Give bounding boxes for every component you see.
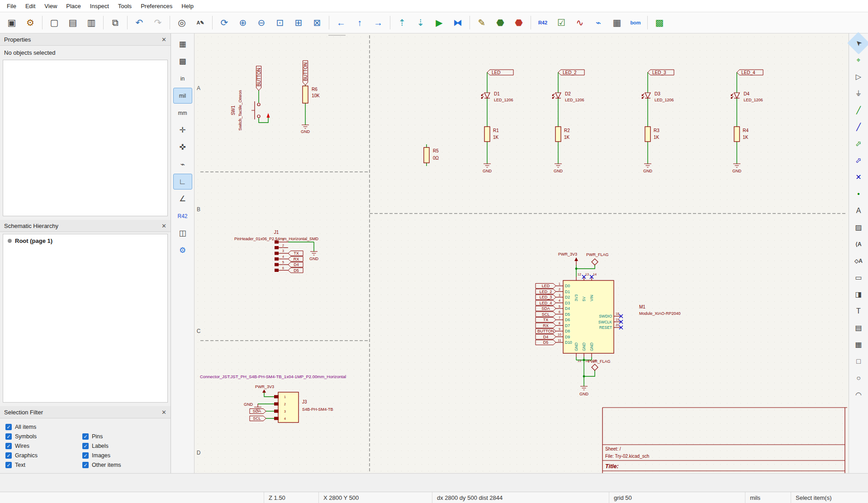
menu-place[interactable]: Place — [62, 1, 85, 11]
units-mils-button[interactable]: mil — [173, 88, 192, 104]
resistor-r5[interactable]: R5 0Ω — [424, 144, 439, 166]
plot-button[interactable]: ▥ — [82, 14, 100, 32]
schematic-canvas[interactable]: A B C D BUTTON SW1 Switch — [194, 33, 849, 473]
refresh-button[interactable]: ⟳ — [215, 14, 233, 32]
menu-tools[interactable]: Tools — [114, 1, 136, 11]
hierarchy-panel-button[interactable]: ◫ — [173, 225, 192, 241]
zoom-in-button[interactable]: ⊕ — [234, 14, 252, 32]
undo-button[interactable]: ↶ — [130, 14, 148, 32]
menu-help[interactable]: Help — [177, 1, 198, 11]
redo-button[interactable]: ↷ — [149, 14, 167, 32]
grid-visibility-button[interactable]: ▦ — [173, 36, 192, 52]
circle-tool[interactable]: ○ — [850, 370, 867, 386]
select-tool[interactable]: ➤ — [847, 32, 868, 54]
close-icon[interactable]: ✕ — [161, 36, 166, 43]
nav-up-button[interactable]: ↑ — [351, 14, 369, 32]
find-replace-button[interactable]: A✎ — [191, 14, 209, 32]
sim-probe-button[interactable]: ⌁ — [589, 14, 607, 32]
hidden-pins-button[interactable]: ⌁ — [173, 157, 192, 172]
enter-sheet-button[interactable]: ⇣ — [412, 14, 430, 32]
hv-lines-button[interactable]: ∟ — [173, 174, 192, 190]
led-circuit-LED_4[interactable]: LED_4D4LED_1206R41KGND — [731, 70, 763, 173]
global-label-tool[interactable]: ⟨A — [850, 236, 867, 252]
menu-edit[interactable]: Edit — [21, 1, 39, 11]
find-button[interactable]: ◎ — [173, 14, 191, 32]
text-tool[interactable]: T — [850, 303, 867, 319]
symbol-checker-button[interactable]: ☑ — [552, 14, 570, 32]
highlight-net-tool[interactable]: ⌖ — [850, 52, 867, 68]
checkbox-checked[interactable]: ✓ — [5, 452, 12, 459]
save-button[interactable]: ▣ — [3, 14, 21, 32]
properties-tools-button[interactable]: ⚙ — [173, 242, 192, 258]
schematic-setup-button[interactable]: ⚙ — [21, 14, 39, 32]
hierarchy-navigator-button[interactable]: ▶ — [430, 14, 448, 32]
menu-file[interactable]: File — [3, 1, 20, 11]
no-connect-tool[interactable]: ✕ — [850, 169, 867, 185]
close-icon[interactable]: ✕ — [161, 409, 166, 416]
net-label-tool[interactable]: A — [850, 203, 867, 218]
nav-back-button[interactable]: ← — [332, 14, 350, 32]
checkbox-checked[interactable]: ✓ — [82, 462, 89, 468]
pcb-editor-button[interactable]: ▩ — [650, 14, 669, 32]
print-button[interactable]: ▤ — [64, 14, 82, 32]
paste-button[interactable]: ⧉ — [106, 14, 124, 32]
zoom-selection-button[interactable]: ⊠ — [308, 14, 326, 32]
new-sheet-button[interactable]: ▢ — [45, 14, 63, 32]
zoom-objects-button[interactable]: ⊞ — [289, 14, 308, 32]
rectangle-tool[interactable]: □ — [850, 353, 867, 369]
annotation-auto-button[interactable]: R42 — [173, 208, 192, 224]
close-icon[interactable]: ✕ — [161, 223, 166, 229]
nav-forward-button[interactable]: → — [369, 14, 387, 32]
grid-overrides-button[interactable]: ▩ — [173, 53, 192, 69]
checkbox-checked[interactable]: ✓ — [82, 443, 89, 449]
menu-preferences[interactable]: Preferences — [137, 1, 176, 11]
button-switch-circuit[interactable]: BUTTON SW1 Switch_Tactile_Omron BUTTON R… — [231, 61, 320, 134]
led-circuits[interactable]: LEDD1LED_1206R11KGNDLED_2D2LED_1206R21KG… — [481, 70, 763, 173]
checkbox-checked[interactable]: ✓ — [82, 433, 89, 440]
hierarchy-root-item[interactable]: Root (page 1) — [3, 234, 167, 247]
led-circuit-LED_3[interactable]: LED_3D3LED_1206R31KGND — [642, 70, 674, 173]
arc-tool[interactable]: ◠ — [850, 387, 867, 403]
junction-tool[interactable]: • — [850, 186, 867, 202]
erc-issues-button[interactable]: ⬣ — [510, 14, 528, 32]
checkbox-checked[interactable]: ✓ — [82, 452, 89, 459]
connector-j3[interactable]: Connector_JST:JST_PH_S4B-PH-SM4-TB_1x04-… — [200, 374, 346, 422]
checkbox-checked[interactable]: ✓ — [5, 462, 12, 468]
place-symbol-tool[interactable]: ▷ — [850, 69, 867, 85]
sheet-tool[interactable]: ▭ — [850, 270, 867, 285]
cursor-shape-button[interactable]: ✜ — [173, 139, 192, 155]
units-inches-button[interactable]: in — [173, 71, 192, 86]
sheet-pin-tool[interactable]: ◨ — [850, 286, 867, 302]
wire-entry-tool[interactable]: ⬀ — [850, 136, 867, 152]
module-m1[interactable]: M1 Module_XIAO-RP2040 1D0LED2D1LED_23D2L… — [536, 252, 681, 396]
annotate-button[interactable]: ✎ — [473, 14, 491, 32]
leave-sheet-button[interactable]: ⇡ — [393, 14, 411, 32]
bus-entry-tool[interactable]: ⬀ — [850, 152, 867, 168]
zoom-fit-button[interactable]: ⊡ — [271, 14, 289, 32]
menu-view[interactable]: View — [40, 1, 61, 11]
units-mm-button[interactable]: mm — [173, 105, 192, 121]
erc-button[interactable]: ⬣ — [491, 14, 509, 32]
textbox-tool[interactable]: ▤ — [850, 320, 867, 336]
checkbox-checked[interactable]: ✓ — [5, 424, 12, 430]
simulator-button[interactable]: ∿ — [571, 14, 589, 32]
draw-bus-tool[interactable]: ╱ — [850, 119, 867, 135]
place-power-tool[interactable]: ⏚ — [850, 85, 867, 101]
led-circuit-LED_2[interactable]: LED_2D2LED_1206R21KGND — [552, 70, 584, 173]
zoom-out-button[interactable]: ⊖ — [252, 14, 270, 32]
symbol-fields-button[interactable]: ▦ — [608, 14, 626, 32]
draw-wire-tool[interactable]: ╱ — [850, 102, 867, 118]
bom-button[interactable]: bom — [626, 14, 645, 32]
any-angle-button[interactable]: ∠ — [173, 191, 192, 207]
mirror-button[interactable]: ⧓ — [449, 14, 467, 32]
polar-coords-button[interactable]: ✛ — [173, 122, 192, 138]
directive-label-tool[interactable]: ▨ — [850, 219, 867, 235]
menu-inspect[interactable]: Inspect — [86, 1, 113, 11]
checkbox-checked[interactable]: ✓ — [5, 443, 12, 449]
led-circuit-LED[interactable]: LEDD1LED_1206R11KGND — [481, 70, 513, 173]
hierarchical-label-tool[interactable]: ◇A — [850, 253, 867, 269]
reannotate-button[interactable]: R42 — [534, 14, 552, 32]
connector-j1[interactable]: J1 PinHeader_01x06_P2.54mm_Horizontal_SM… — [234, 230, 319, 273]
table-tool[interactable]: ▦ — [850, 337, 867, 352]
checkbox-checked[interactable]: ✓ — [5, 433, 12, 440]
